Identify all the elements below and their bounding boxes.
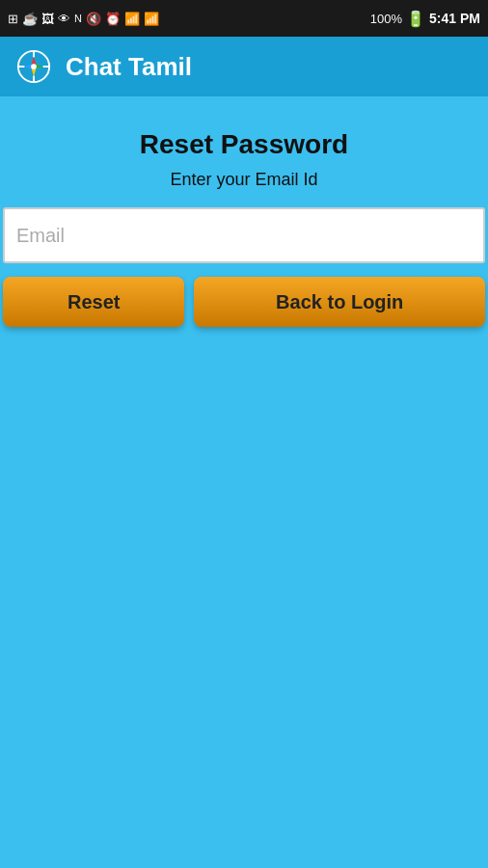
nfc-icon: N — [74, 13, 82, 24]
page-subtitle: Enter your Email Id — [170, 170, 317, 190]
page-title: Reset Password — [140, 129, 348, 160]
image-icon: 🖼 — [41, 12, 54, 26]
email-field[interactable] — [3, 207, 485, 263]
back-to-login-button[interactable]: Back to Login — [194, 277, 485, 327]
status-bar-left: ⊞ ☕ 🖼 👁 N 🔇 ⏰ 📶 📶 — [8, 12, 159, 26]
wifi-icon: 📶 — [124, 12, 140, 26]
main-content: Reset Password Enter your Email Id Reset… — [0, 96, 488, 346]
alarm-icon: ⏰ — [105, 12, 121, 26]
mute-icon: 🔇 — [86, 12, 101, 26]
eye-icon: 👁 — [58, 12, 70, 26]
buttons-row: Reset Back to Login — [3, 277, 485, 327]
status-bar-right: 100% 🔋 5:41 PM — [370, 10, 480, 28]
status-time: 5:41 PM — [429, 11, 480, 26]
usb-icon: ☕ — [22, 12, 38, 26]
battery-icon: 🔋 — [406, 10, 425, 28]
app-header: Chat Tamil — [0, 37, 488, 96]
reset-button[interactable]: Reset — [3, 277, 184, 327]
reset-card: Reset Password Enter your Email Id Reset… — [0, 114, 488, 346]
battery-percent: 100% — [370, 12, 402, 26]
status-bar: ⊞ ☕ 🖼 👁 N 🔇 ⏰ 📶 📶 100% 🔋 5:41 PM — [0, 0, 488, 37]
add-icon: ⊞ — [8, 12, 18, 26]
svg-point-9 — [31, 64, 37, 69]
compass-icon — [14, 46, 54, 87]
signal-icon: 📶 — [144, 12, 159, 26]
app-title: Chat Tamil — [66, 52, 192, 82]
